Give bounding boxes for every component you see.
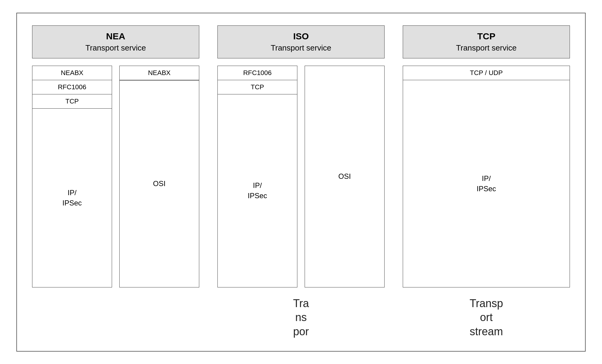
iso-header: ISO Transport service [217,25,385,58]
nea-subtitle: Transport service [35,43,196,53]
iso-rfc1006: RFC1006 [217,66,297,80]
iso-bottom-label-col: Transpor [217,297,385,339]
nea-rfc1006: RFC1006 [32,80,112,94]
iso-subtitle: Transport service [221,43,381,53]
nea-bottom-label-col [32,297,199,339]
nea-ip-ipsec: IP/IPSec [32,109,112,287]
tcp-ip-ipsec: IP/IPSec [403,80,570,287]
nea-column: NEA Transport service NEABX RFC1006 TCP … [32,25,199,287]
nea-osi: OSI [119,80,199,287]
bottom-labels-row: Transpor Transportstream [32,297,570,339]
tcp-single-stack: TCP / UDP IP/IPSec [403,66,570,287]
nea-left-stack: NEABX RFC1006 TCP IP/IPSec [32,66,112,287]
nea-header: NEA Transport service [32,25,199,58]
iso-tcp: TCP [217,80,297,94]
iso-ip-ipsec: IP/IPSec [217,94,297,287]
nea-neabx: NEABX [32,66,112,80]
iso-right-stack: OSI [305,66,385,287]
tcp-bottom-label-col: Transportstream [403,297,570,339]
columns-container: NEA Transport service NEABX RFC1006 TCP … [32,25,570,287]
nea-right-stack: NEABX OSI [119,66,199,287]
iso-osi: OSI [305,66,385,287]
main-frame: NEA Transport service NEABX RFC1006 TCP … [16,13,586,352]
tcp-title: TCP [406,31,567,41]
nea-stacks: NEABX RFC1006 TCP IP/IPSec NEABX OSI [32,66,199,287]
tcp-column: TCP Transport service TCP / UDP IP/IPSec [403,25,570,287]
nea-right-neabx: NEABX [119,66,199,80]
tcp-bottom-label: Transportstream [470,297,503,339]
nea-tcp: TCP [32,94,112,109]
iso-bottom-label: Transpor [293,297,309,339]
iso-stacks: RFC1006 TCP IP/IPSec OSI [217,66,385,287]
tcp-udp: TCP / UDP [403,66,570,80]
iso-title: ISO [221,31,381,41]
iso-left-stack: RFC1006 TCP IP/IPSec [217,66,297,287]
tcp-subtitle: Transport service [406,43,567,53]
tcp-header: TCP Transport service [403,25,570,58]
iso-column: ISO Transport service RFC1006 TCP IP/IPS… [217,25,385,287]
nea-title: NEA [35,31,196,41]
